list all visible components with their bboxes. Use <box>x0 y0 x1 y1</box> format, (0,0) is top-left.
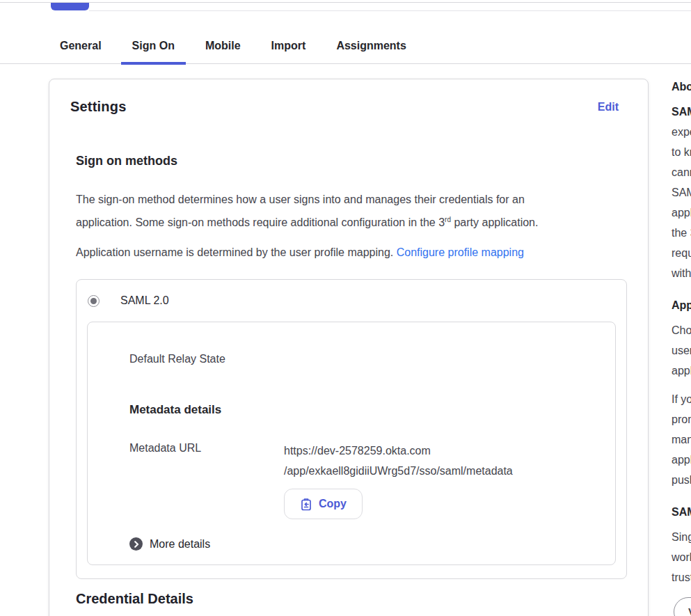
sign-on-methods-section: Sign on methods The sign-on method deter… <box>76 154 627 607</box>
about-intro-bold: SAML 2.0 <box>672 106 691 118</box>
saml-radio-selected[interactable] <box>88 295 100 307</box>
application-username-text-line: application to users, or <box>672 450 691 470</box>
about-text-line: required to complete the integration <box>672 243 691 263</box>
about-text-line: cannot edit their credentials when <box>672 162 691 182</box>
settings-title: Settings <box>70 99 127 115</box>
view-saml-setup-instructions-button[interactable]: View SAML setup instructions <box>674 597 691 616</box>
app-tab-bar: General Sign On Mobile Import Assignment… <box>0 28 691 64</box>
about-heading: About <box>672 81 691 93</box>
configure-profile-mapping-link[interactable]: Configure profile mapping <box>397 246 524 258</box>
more-details-toggle[interactable]: More details <box>129 537 594 551</box>
saml-setup-text-line: trust Okta as an IdP. <box>672 567 691 587</box>
tab-import[interactable]: Import <box>260 28 317 64</box>
more-details-label: More details <box>150 538 210 551</box>
saml-setup-text-line: work until you configure the app to <box>672 547 691 567</box>
sign-on-methods-title: Sign on methods <box>76 154 627 168</box>
application-username-text-line: pushing groups. <box>672 470 691 490</box>
metadata-url-value-block: https://dev-2578259.okta.com /app/exkael… <box>284 441 513 519</box>
application-username-text-line: manually when assigning an <box>672 429 691 450</box>
copy-metadata-url-button[interactable]: Copy <box>284 489 363 519</box>
about-text-line: the 3rd party application may be <box>672 223 691 243</box>
about-text-line: SAML 2.0 is configured for this <box>672 182 691 203</box>
saml-setup-text-line: Single Sign On using SAML will not <box>672 527 691 547</box>
username-mapping-description: Application username is determined by th… <box>76 242 627 262</box>
settings-card-header: Settings Edit <box>70 99 627 115</box>
metadata-url-line-1: https://dev-2578259.okta.com <box>284 441 513 461</box>
top-strip <box>0 0 691 11</box>
saml-radio-row[interactable]: SAML 2.0 <box>77 280 626 322</box>
tab-general[interactable]: General <box>49 28 113 64</box>
tab-assignments[interactable]: Assignments <box>325 28 417 64</box>
saml-setup-heading: SAML Setup <box>672 506 691 519</box>
description-line-1: The sign-on method determines how a user… <box>76 194 525 205</box>
description-line-2-end: party application. <box>451 216 538 228</box>
about-text-line: SAML 2.0 streamlines the end user <box>672 102 691 122</box>
copy-clipboard-icon <box>300 498 312 511</box>
metadata-url-label: Metadata URL <box>129 441 284 519</box>
application-username-text-line: Choose a format to use as the default <box>672 320 691 340</box>
tab-sign-on[interactable]: Sign On <box>121 28 186 64</box>
tab-mobile[interactable]: Mobile <box>194 28 252 64</box>
help-sidebar: About SAML 2.0 streamlines the end user … <box>672 81 691 616</box>
application-username-text-line: If you select None you will be <box>672 389 691 409</box>
saml-method-box: SAML 2.0 Default Relay State Metadata de… <box>76 279 627 579</box>
application-username-text-line: application to users. <box>672 361 691 381</box>
ordinal-superscript: rd <box>445 216 451 223</box>
top-divider <box>0 2 691 3</box>
settings-card: Settings Edit Sign on methods The sign-o… <box>49 79 649 616</box>
edit-settings-link[interactable]: Edit <box>598 101 619 113</box>
default-relay-state-label: Default Relay State <box>129 353 594 365</box>
application-username-text-line: prompted to assign an username <box>672 409 691 429</box>
username-mapping-text: Application username is determined by th… <box>76 246 397 258</box>
about-text-line: with Okta. <box>672 263 691 283</box>
about-text-line: to know their credentials. Users <box>672 142 691 162</box>
metadata-details-title: Metadata details <box>129 403 594 417</box>
saml-radio-label: SAML 2.0 <box>120 294 169 307</box>
active-nav-indicator[interactable] <box>51 3 89 10</box>
sign-on-methods-description: The sign-on method determines how a user… <box>76 189 627 232</box>
credential-details-title: Credential Details <box>76 591 627 607</box>
about-text-line: application. Additional configuration in <box>672 203 691 223</box>
chevron-right-circle-icon <box>129 537 143 551</box>
application-username-text-line: username value when assigning the <box>672 340 691 361</box>
saml-details-box: Default Relay State Metadata details Met… <box>87 322 616 565</box>
metadata-url-row: Metadata URL https://dev-2578259.okta.co… <box>129 441 594 519</box>
about-text-line: experience by not requiring the user <box>672 122 691 142</box>
top-sub-divider <box>89 10 691 11</box>
application-username-heading: Application Username <box>672 299 691 312</box>
description-line-2: application. Some sign-on methods requir… <box>76 216 445 228</box>
metadata-url-line-2: /app/exkaell8gidiiUWrg5d7/sso/saml/metad… <box>284 461 513 481</box>
copy-button-label: Copy <box>319 498 347 510</box>
